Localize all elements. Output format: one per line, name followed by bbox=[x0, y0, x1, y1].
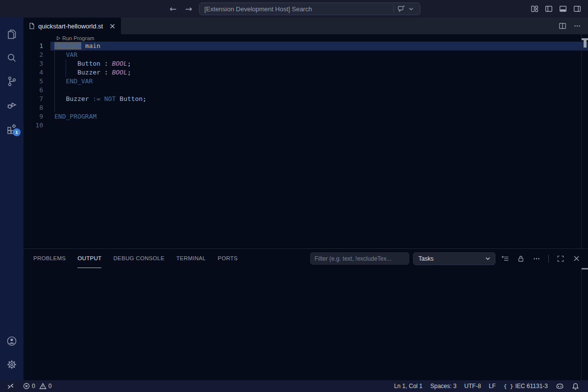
editor-tab-bar: quickstart-helloworld.st bbox=[24, 18, 588, 34]
panel-tab-terminal[interactable]: TERMINAL bbox=[176, 249, 206, 268]
customize-layout-icon[interactable] bbox=[531, 5, 539, 13]
ruler-cursor-mark bbox=[584, 40, 587, 48]
output-channel-value: Tasks bbox=[418, 255, 485, 262]
line-number: 1 bbox=[24, 42, 43, 50]
line-number: 3 bbox=[24, 59, 43, 68]
code-text: Buzzer : BOOL; bbox=[54, 68, 131, 77]
code-line[interactable]: 3 Button : BOOL; bbox=[24, 59, 588, 68]
line-number: 4 bbox=[24, 68, 43, 77]
warning-count: 0 bbox=[49, 383, 52, 390]
code-line[interactable]: 2 VAR bbox=[24, 50, 588, 59]
tab-close-icon[interactable] bbox=[107, 21, 117, 31]
code-line[interactable]: 9END_PROGRAM bbox=[24, 112, 588, 121]
divider bbox=[393, 5, 394, 13]
split-editor-icon[interactable] bbox=[559, 22, 566, 30]
remote-indicator-icon[interactable] bbox=[4, 380, 17, 392]
copilot-chat-icon[interactable] bbox=[397, 5, 405, 13]
code-area[interactable]: 1PROGRAM main2 VAR3 Button : BOOL;4 Buzz… bbox=[24, 42, 588, 130]
braces-icon: { } bbox=[504, 383, 514, 390]
code-text: Buzzer := NOT Button; bbox=[54, 95, 147, 103]
panel-tab-debug-console[interactable]: DEBUG CONSOLE bbox=[113, 249, 164, 268]
tab-label: quickstart-helloworld.st bbox=[38, 23, 107, 30]
code-line[interactable]: 5 END_VAR bbox=[24, 77, 588, 86]
command-center-search[interactable]: [Extension Development Host] Search bbox=[199, 2, 420, 15]
indent-guide bbox=[54, 103, 55, 112]
activity-extensions-icon[interactable]: 1 bbox=[0, 117, 24, 140]
scroll-lock-icon[interactable] bbox=[515, 253, 527, 265]
line-number: 9 bbox=[24, 112, 43, 121]
activity-explorer-icon[interactable] bbox=[0, 23, 24, 46]
panel-scrollbar-track bbox=[581, 268, 582, 380]
panel-tabs: PROBLEMSOUTPUTDEBUG CONSOLETERMINALPORTS bbox=[33, 249, 238, 268]
cursor-position[interactable]: Ln 1, Col 1 bbox=[391, 380, 425, 392]
line-number: 2 bbox=[24, 50, 43, 59]
encoding[interactable]: UTF-8 bbox=[462, 380, 484, 392]
line-number: 8 bbox=[24, 103, 43, 112]
output-filter-input[interactable] bbox=[310, 252, 409, 265]
code-line[interactable]: 6 bbox=[24, 86, 588, 95]
toggle-secondary-sidebar-icon[interactable] bbox=[573, 5, 581, 13]
code-line[interactable]: 10 bbox=[24, 121, 588, 130]
code-line[interactable]: 4 Buzzer : BOOL; bbox=[24, 68, 588, 77]
code-line[interactable]: 8 bbox=[24, 103, 588, 112]
divider bbox=[548, 255, 549, 263]
nav-forward-icon[interactable]: → bbox=[183, 4, 194, 14]
code-line[interactable]: 1PROGRAM main bbox=[24, 42, 588, 50]
line-number: 10 bbox=[24, 121, 43, 130]
current-line-highlight bbox=[50, 42, 588, 50]
indent-guide bbox=[54, 86, 55, 95]
code-line[interactable]: 7 Buzzer := NOT Button; bbox=[24, 95, 588, 103]
maximize-panel-icon[interactable] bbox=[555, 253, 566, 265]
status-bar: 0 0 Ln 1, Col 1 Spaces: 3 UTF-8 LF { } I… bbox=[0, 380, 588, 392]
bottom-panel: PROBLEMSOUTPUTDEBUG CONSOLETERMINALPORTS… bbox=[24, 248, 588, 380]
activity-search-icon[interactable] bbox=[0, 46, 24, 70]
code-text: END_VAR bbox=[54, 77, 93, 86]
indentation[interactable]: Spaces: 3 bbox=[427, 380, 459, 392]
panel-tab-ports[interactable]: PORTS bbox=[218, 249, 238, 268]
line-number: 5 bbox=[24, 77, 43, 86]
line-number: 6 bbox=[24, 86, 43, 95]
clear-output-icon[interactable] bbox=[499, 253, 511, 265]
output-channel-select[interactable]: Tasks bbox=[413, 252, 495, 265]
title-bar: ← → [Extension Development Host] Search bbox=[0, 0, 588, 18]
output-content[interactable] bbox=[24, 268, 588, 380]
code-text: PROGRAM main bbox=[54, 42, 100, 50]
window-title: [Extension Development Host] Search bbox=[204, 5, 390, 13]
file-icon bbox=[28, 23, 35, 29]
overview-ruler-scrollbar[interactable] bbox=[581, 34, 588, 248]
notifications-bell-icon[interactable] bbox=[569, 380, 582, 392]
activity-run-debug-icon[interactable] bbox=[0, 93, 24, 117]
code-editor[interactable]: Run Program 1PROGRAM main2 VAR3 Button :… bbox=[24, 34, 588, 248]
extensions-badge: 1 bbox=[13, 128, 21, 136]
code-text: END_PROGRAM bbox=[54, 112, 97, 121]
activity-accounts-icon[interactable] bbox=[0, 329, 24, 353]
panel-tab-problems[interactable]: PROBLEMS bbox=[33, 249, 66, 268]
toggle-panel-icon[interactable] bbox=[559, 5, 567, 13]
chevron-down-icon[interactable] bbox=[408, 6, 414, 12]
more-actions-icon[interactable] bbox=[573, 22, 581, 30]
problems-status[interactable]: 0 0 bbox=[20, 380, 54, 392]
activity-bar: 1 bbox=[0, 18, 24, 380]
tab-quickstart-helloworld[interactable]: quickstart-helloworld.st bbox=[24, 18, 122, 34]
nav-back-icon[interactable]: ← bbox=[168, 4, 178, 14]
panel-header: PROBLEMSOUTPUTDEBUG CONSOLETERMINALPORTS… bbox=[24, 249, 588, 268]
panel-more-actions-icon[interactable] bbox=[531, 253, 542, 265]
copilot-status-icon[interactable] bbox=[553, 380, 567, 392]
code-text: Button : BOOL; bbox=[54, 59, 131, 68]
panel-tab-output[interactable]: OUTPUT bbox=[77, 249, 101, 268]
codelens-run-program[interactable]: Run Program bbox=[24, 34, 588, 42]
eol-sequence[interactable]: LF bbox=[486, 380, 499, 392]
activity-settings-icon[interactable] bbox=[0, 353, 24, 376]
panel-scrollbar-thumb[interactable] bbox=[582, 268, 588, 270]
code-text: VAR bbox=[54, 50, 77, 59]
close-panel-icon[interactable] bbox=[570, 253, 582, 265]
line-number: 7 bbox=[24, 95, 43, 103]
language-mode[interactable]: { } IEC 61131-3 bbox=[501, 380, 551, 392]
activity-source-control-icon[interactable] bbox=[0, 70, 24, 93]
error-count: 0 bbox=[32, 383, 35, 390]
toggle-primary-sidebar-icon[interactable] bbox=[545, 5, 553, 13]
